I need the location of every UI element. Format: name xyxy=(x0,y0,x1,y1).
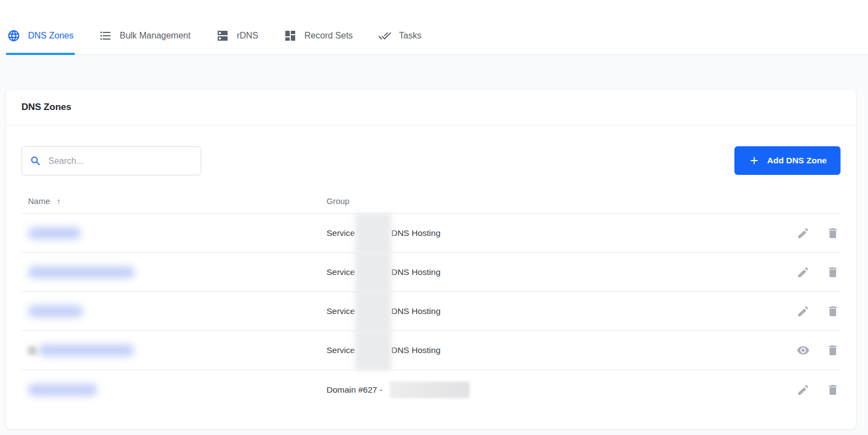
tab-record-sets[interactable]: Record Sets xyxy=(283,16,354,55)
group-text: Domain #627 - xyxy=(327,385,383,395)
search-box[interactable] xyxy=(21,146,201,175)
row-actions-cell xyxy=(769,305,841,318)
tab-label: Bulk Management xyxy=(120,31,191,41)
redacted-domain-name xyxy=(390,382,469,398)
group-text: Service xyxy=(327,228,355,238)
zone-name-cell[interactable] xyxy=(21,344,327,356)
tab-label: Record Sets xyxy=(305,31,353,41)
redacted-service-id xyxy=(355,213,391,254)
tab-label: DNS Zones xyxy=(28,31,74,41)
row-actions-cell xyxy=(769,266,841,279)
page-background: DNS Zones Add DNS Zone Name ↑ Group xyxy=(0,55,868,435)
search-input[interactable] xyxy=(48,156,193,166)
tab-rdns[interactable]: rDNS xyxy=(215,16,259,55)
delete-button[interactable] xyxy=(826,227,839,240)
delete-button[interactable] xyxy=(826,344,839,357)
delete-button[interactable] xyxy=(826,266,839,279)
sort-ascending-icon: ↑ xyxy=(57,196,61,206)
column-header-group[interactable]: Group xyxy=(327,196,769,206)
delete-icon xyxy=(826,383,839,397)
group-text: DNS Hosting xyxy=(391,267,441,277)
redacted-service-id xyxy=(355,331,391,371)
delete-icon xyxy=(826,227,839,240)
delete-icon xyxy=(826,266,839,279)
eye-icon xyxy=(797,344,810,357)
table-row[interactable]: Domain #627 - xyxy=(21,370,841,409)
row-actions-cell xyxy=(769,227,841,240)
redacted-service-id xyxy=(355,252,391,293)
edit-icon xyxy=(797,383,810,397)
zone-name-cell[interactable] xyxy=(21,266,327,278)
edit-icon xyxy=(797,266,810,279)
server-icon xyxy=(216,29,229,42)
add-dns-zone-label: Add DNS Zone xyxy=(767,156,827,166)
zone-group-cell: ServiceDNS Hosting xyxy=(327,253,769,292)
search-icon xyxy=(30,155,42,167)
edit-icon xyxy=(797,227,810,240)
group-text: Service xyxy=(327,267,355,277)
table-row[interactable]: ServiceDNS Hosting xyxy=(21,292,841,331)
redacted-zone-name[interactable] xyxy=(28,384,97,396)
view-button[interactable] xyxy=(797,344,810,357)
edit-button[interactable] xyxy=(797,305,810,318)
redacted-service-id xyxy=(355,291,391,332)
zone-group-cell: ServiceDNS Hosting xyxy=(327,331,769,370)
top-tab-bar: DNS Zones Bulk Management rDNS Record Se… xyxy=(0,0,868,55)
list-icon xyxy=(99,29,112,42)
table-header-row: Name ↑ Group xyxy=(21,189,841,214)
group-text: Service xyxy=(327,306,355,316)
table-row[interactable]: ServiceDNS Hosting xyxy=(21,214,841,253)
group-text: DNS Hosting xyxy=(391,345,441,355)
row-actions-cell xyxy=(769,344,841,357)
zone-name-cell[interactable] xyxy=(21,384,327,396)
zone-name-cell[interactable] xyxy=(21,305,327,317)
grid-icon xyxy=(284,29,297,42)
dns-zones-card: DNS Zones Add DNS Zone Name ↑ Group xyxy=(6,90,856,429)
redacted-zone-name[interactable] xyxy=(28,227,81,239)
redacted-zone-name[interactable] xyxy=(28,266,135,278)
add-dns-zone-button[interactable]: Add DNS Zone xyxy=(734,146,841,175)
zone-group-cell: ServiceDNS Hosting xyxy=(327,214,769,253)
delete-button[interactable] xyxy=(826,305,839,318)
zone-group-cell: ServiceDNS Hosting xyxy=(327,292,769,331)
tab-tasks[interactable]: Tasks xyxy=(377,16,423,55)
redacted-zone-name[interactable] xyxy=(28,305,83,317)
dns-zones-table: Name ↑ Group ServiceDNS Hosting ServiceD… xyxy=(21,189,841,409)
toolbar: Add DNS Zone xyxy=(6,125,856,175)
card-header: DNS Zones xyxy=(6,90,856,125)
edit-icon xyxy=(797,305,810,318)
table-body: ServiceDNS Hosting ServiceDNS Hosting Se… xyxy=(21,214,841,409)
delete-button[interactable] xyxy=(826,383,839,397)
plus-icon xyxy=(748,155,760,167)
table-row[interactable]: ServiceDNS Hosting xyxy=(21,253,841,292)
edit-button[interactable] xyxy=(797,227,810,240)
edit-button[interactable] xyxy=(797,266,810,279)
tab-dns-zones[interactable]: DNS Zones xyxy=(6,16,75,55)
tab-bulk-management[interactable]: Bulk Management xyxy=(98,16,192,55)
double-check-icon xyxy=(378,29,391,42)
delete-icon xyxy=(826,344,839,357)
group-text: Service xyxy=(327,345,355,355)
column-header-name[interactable]: Name ↑ xyxy=(21,196,327,206)
card-title: DNS Zones xyxy=(21,102,71,113)
delete-icon xyxy=(826,305,839,318)
tab-label: Tasks xyxy=(399,31,422,41)
tab-label: rDNS xyxy=(237,31,258,41)
group-text: DNS Hosting xyxy=(391,228,441,238)
table-row[interactable]: ServiceDNS Hosting xyxy=(21,331,841,370)
row-actions-cell xyxy=(769,383,841,397)
zone-group-cell: Domain #627 - xyxy=(327,382,769,398)
group-text: DNS Hosting xyxy=(391,306,441,316)
redacted-zone-prefix-icon xyxy=(28,346,36,355)
zone-name-cell[interactable] xyxy=(21,227,327,239)
edit-button[interactable] xyxy=(797,383,810,397)
redacted-zone-name[interactable] xyxy=(38,344,134,356)
globe-icon xyxy=(7,29,20,42)
